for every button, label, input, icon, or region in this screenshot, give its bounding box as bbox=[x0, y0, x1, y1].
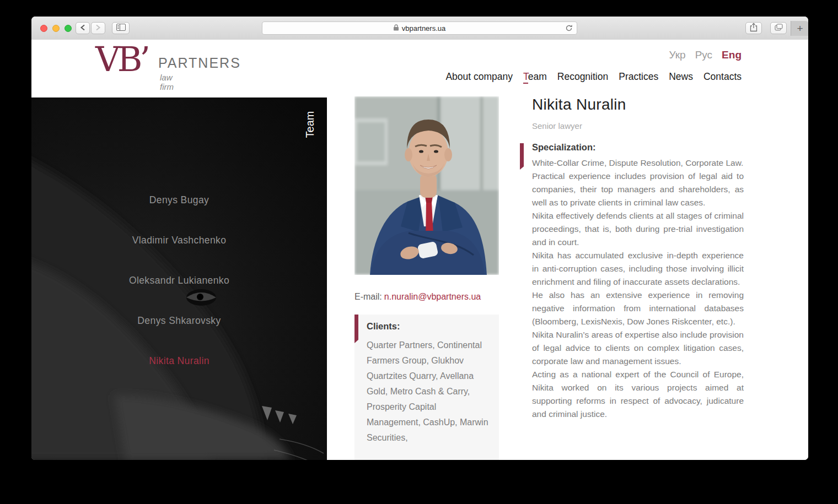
paragraph: White-Collar Crime, Dispute Resolution, … bbox=[532, 156, 744, 170]
clients-label: Clients: bbox=[367, 321, 400, 332]
paragraph: Nikita Nuralin’s areas of expertise also… bbox=[532, 328, 744, 368]
zoom-button[interactable] bbox=[65, 25, 72, 32]
nav-contacts[interactable]: Contacts bbox=[703, 71, 742, 83]
browser-toolbar: vbpartners.ua bbox=[31, 17, 808, 40]
sidebar-item-oleksandr-lukianenko[interactable]: Oleksandr Lukianenko bbox=[31, 275, 327, 286]
nav-team[interactable]: Team bbox=[523, 71, 547, 83]
specialization-label: Specialization: bbox=[532, 142, 596, 153]
sidebar-item-vladimir-vashchenko[interactable]: Vladimir Vashchenko bbox=[31, 235, 327, 246]
specialization-accent-ribbon bbox=[520, 143, 524, 170]
window-controls bbox=[40, 25, 72, 32]
profile-photo bbox=[354, 96, 499, 275]
email-label: E-mail: bbox=[354, 292, 382, 301]
browser-window: vbpartners.ua bbox=[31, 17, 808, 460]
share-icon bbox=[750, 23, 758, 34]
profile-subtitle: Senior lawyer bbox=[532, 121, 582, 131]
sidebar-toggle-button[interactable] bbox=[112, 22, 130, 34]
share-button[interactable] bbox=[745, 22, 762, 34]
forward-chevron-icon bbox=[95, 23, 101, 33]
paragraph: Acting as a national expert of the Counc… bbox=[532, 368, 744, 421]
team-sidebar: Team Denys Bugay Vladimir Vashchenko Ole… bbox=[31, 97, 327, 460]
show-tabs-button[interactable] bbox=[770, 22, 787, 34]
url-text: vbpartners.ua bbox=[402, 24, 446, 32]
paragraph: Nikita has accumulated exclusive in-dept… bbox=[532, 249, 744, 289]
back-button[interactable] bbox=[76, 22, 90, 34]
back-chevron-icon bbox=[80, 23, 85, 33]
refresh-button[interactable] bbox=[565, 24, 573, 34]
sidebar-icon bbox=[116, 23, 126, 33]
team-vertical-label: Team bbox=[304, 108, 317, 141]
nav-team-rest: eam bbox=[528, 71, 547, 82]
email-row: E-mail:n.nuralin@vbpartners.ua bbox=[354, 292, 481, 302]
nav-practices[interactable]: Practices bbox=[619, 71, 658, 83]
sidebar-item-denys-bugay[interactable]: Denys Bugay bbox=[31, 194, 327, 206]
site-header: VB’ PARTNERS law firm Укр Рус Eng About … bbox=[31, 40, 808, 97]
email-link[interactable]: n.nuralin@vbpartners.ua bbox=[384, 292, 481, 301]
clients-accent-ribbon bbox=[354, 315, 358, 343]
minimize-button[interactable] bbox=[52, 25, 60, 32]
paragraph: Practical experience includes provision … bbox=[532, 170, 744, 209]
nav-news[interactable]: News bbox=[669, 71, 693, 83]
forward-button[interactable] bbox=[91, 22, 105, 34]
profile-description: White-Collar Crime, Dispute Resolution, … bbox=[532, 156, 744, 421]
sidebar-item-denys-shkarovsky[interactable]: Denys Shkarovsky bbox=[31, 315, 327, 327]
sidebar-item-nikita-nuralin[interactable]: Nikita Nuralin bbox=[31, 355, 327, 367]
nav-team-first-letter: T bbox=[523, 71, 528, 84]
lock-icon bbox=[394, 23, 399, 33]
clients-box: Clients: Quarter Partners, Continental F… bbox=[354, 315, 499, 460]
screenshot-background: vbpartners.ua bbox=[0, 0, 838, 504]
main-navigation: About company Team Recognition Practices… bbox=[445, 71, 742, 83]
lang-ukr[interactable]: Укр bbox=[669, 49, 686, 61]
logo-tagline: law firm bbox=[160, 73, 174, 91]
nav-recognition[interactable]: Recognition bbox=[557, 71, 608, 83]
paragraph: Nikita effectively defends clients at al… bbox=[532, 209, 744, 249]
logo-wordmark: PARTNERS bbox=[158, 55, 241, 71]
tabs-icon bbox=[775, 23, 783, 33]
plus-icon: + bbox=[797, 23, 803, 35]
paragraph: He also has an extensive experience in r… bbox=[532, 289, 744, 328]
web-page: VB’ PARTNERS law firm Укр Рус Eng About … bbox=[31, 40, 808, 460]
language-switcher: Укр Рус Eng bbox=[669, 49, 742, 61]
close-button[interactable] bbox=[40, 25, 47, 32]
page-title: Nikita Nuralin bbox=[532, 96, 626, 113]
new-tab-button[interactable]: + bbox=[791, 21, 808, 36]
address-bar[interactable]: vbpartners.ua bbox=[262, 21, 577, 35]
lang-rus[interactable]: Рус bbox=[695, 49, 712, 61]
nav-about-company[interactable]: About company bbox=[445, 71, 513, 83]
clients-list: Quarter Partners, Continental Farmers Gr… bbox=[367, 338, 489, 446]
logo-monogram: VB’ bbox=[95, 40, 148, 82]
lang-eng[interactable]: Eng bbox=[722, 49, 742, 61]
